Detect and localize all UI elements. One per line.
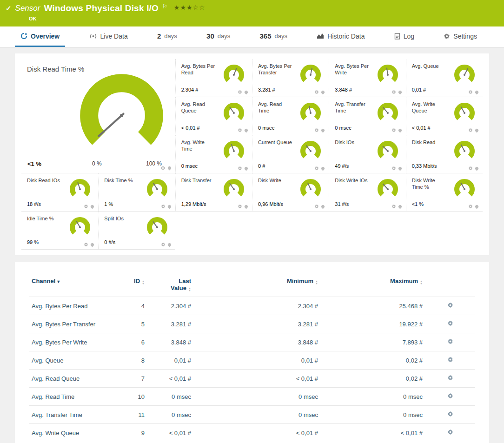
priority-flag-icon[interactable]: ⚐ bbox=[162, 3, 167, 10]
col-header-actions bbox=[425, 274, 475, 297]
gauge-dial bbox=[377, 179, 398, 200]
gauge-tile-current-queue: Current Queue 0 # bbox=[252, 135, 329, 173]
channel-settings-gear-icon[interactable] bbox=[447, 302, 453, 308]
pin-icon[interactable] bbox=[244, 204, 249, 209]
pin-icon[interactable] bbox=[398, 90, 402, 94]
cell-channel[interactable]: Avg. Write Queue bbox=[29, 424, 113, 442]
cell-channel[interactable]: Avg. Bytes Per Transfer bbox=[29, 315, 113, 333]
pin-icon[interactable] bbox=[398, 204, 402, 209]
channel-settings-gear-icon[interactable] bbox=[447, 338, 453, 344]
gear-icon[interactable] bbox=[238, 166, 242, 171]
channel-settings-gear-icon[interactable] bbox=[447, 357, 453, 363]
pin-icon[interactable] bbox=[475, 90, 479, 94]
pin-icon[interactable] bbox=[398, 166, 402, 171]
pin-icon[interactable] bbox=[398, 128, 402, 132]
gear-icon[interactable] bbox=[161, 204, 166, 209]
pin-icon[interactable] bbox=[321, 90, 325, 94]
gear-icon[interactable] bbox=[314, 204, 319, 209]
pin-icon[interactable] bbox=[167, 166, 172, 171]
channel-settings-gear-icon[interactable] bbox=[447, 393, 453, 399]
gauge-value: 0 msec bbox=[335, 125, 351, 131]
cell-channel[interactable]: Avg. Bytes Per Write bbox=[29, 333, 113, 351]
cell-minimum: < 0,01 # bbox=[194, 370, 321, 388]
col-header-maximum[interactable]: Maximum▲▼ bbox=[321, 274, 425, 297]
gauge-dial bbox=[377, 64, 398, 86]
pin-icon[interactable] bbox=[90, 242, 95, 247]
pin-icon[interactable] bbox=[475, 166, 479, 171]
gear-icon[interactable] bbox=[84, 204, 88, 209]
gear-icon[interactable] bbox=[391, 90, 396, 94]
gear-icon[interactable] bbox=[468, 166, 473, 171]
col-header-channel[interactable]: Channel▾ bbox=[29, 274, 113, 297]
cell-channel[interactable]: Avg. Read Queue bbox=[29, 370, 113, 388]
gear-icon[interactable] bbox=[468, 204, 473, 209]
tab-settings[interactable]: Settings bbox=[438, 26, 483, 47]
gauge-tile-disk-write-ios: Disk Write IOs 31 #/s bbox=[329, 173, 405, 212]
gear-icon[interactable] bbox=[391, 204, 396, 209]
gauge-tile-avg-write-queue: Avg. Write Queue < 0,01 # bbox=[406, 97, 483, 135]
col-header-id[interactable]: ID▲▼ bbox=[113, 274, 147, 297]
cell-channel[interactable]: Avg. Transfer Time bbox=[29, 406, 113, 424]
cell-maximum: < 0,01 # bbox=[321, 424, 425, 442]
pin-icon[interactable] bbox=[321, 166, 325, 171]
tab-log[interactable]: Log bbox=[389, 26, 420, 47]
gauge-dial bbox=[146, 217, 168, 238]
cell-minimum: 2.304 # bbox=[194, 297, 321, 315]
tab-30-days[interactable]: 30days bbox=[201, 26, 236, 47]
pin-icon[interactable] bbox=[90, 204, 95, 209]
col-header-last-value[interactable]: Last Value▲▼ bbox=[147, 274, 194, 297]
col-header-minimum[interactable]: Minimum▲▼ bbox=[194, 274, 321, 297]
channel-settings-gear-icon[interactable] bbox=[447, 429, 453, 435]
gear-icon[interactable] bbox=[391, 166, 396, 171]
gear-icon[interactable] bbox=[468, 90, 473, 94]
channel-settings-gear-icon[interactable] bbox=[447, 375, 453, 381]
historic-icon bbox=[317, 33, 324, 39]
gauge-tile-disk-write: Disk Write 0,96 Mbit/s bbox=[252, 173, 329, 212]
channel-settings-gear-icon[interactable] bbox=[447, 411, 453, 417]
tab-overview[interactable]: Overview bbox=[15, 26, 65, 47]
cell-channel[interactable]: Avg. Read Time bbox=[29, 388, 113, 406]
gear-icon[interactable] bbox=[238, 90, 242, 94]
pin-icon[interactable] bbox=[475, 204, 479, 209]
gauge-value: 1,29 Mbit/s bbox=[181, 201, 206, 207]
cell-channel[interactable]: Avg. Bytes Per Read bbox=[29, 297, 113, 315]
pin-icon[interactable] bbox=[167, 242, 172, 247]
gear-icon[interactable] bbox=[238, 128, 242, 132]
pin-icon[interactable] bbox=[167, 204, 172, 209]
channel-settings-gear-icon[interactable] bbox=[447, 320, 453, 326]
gear-icon[interactable] bbox=[391, 128, 396, 132]
cell-last-value: 3.848 # bbox=[147, 333, 194, 351]
gear-icon[interactable] bbox=[238, 204, 242, 209]
gauge-value: 1 % bbox=[104, 201, 113, 207]
gear-icon[interactable] bbox=[468, 128, 473, 132]
gear-icon[interactable] bbox=[314, 166, 319, 171]
gauge-tile-avg-bytes-per-write: Avg. Bytes Per Write 3.848 # bbox=[329, 59, 405, 97]
gear-icon[interactable] bbox=[161, 242, 166, 247]
sensor-header: ✓ Sensor Windows Physical Disk I/O ⚐ ★★★… bbox=[0, 0, 504, 26]
cell-maximum: 0,02 # bbox=[321, 351, 425, 370]
cell-minimum: 0 msec bbox=[194, 406, 321, 424]
pin-icon[interactable] bbox=[244, 166, 249, 171]
gear-icon[interactable] bbox=[160, 165, 166, 171]
gauge-dial bbox=[454, 64, 475, 86]
pin-icon[interactable] bbox=[244, 90, 249, 94]
pin-icon[interactable] bbox=[244, 128, 249, 132]
tab-live-data[interactable]: Live Data bbox=[84, 26, 133, 47]
gauge-value: 0,01 # bbox=[412, 87, 426, 93]
rating-stars[interactable]: ★★★☆☆ bbox=[174, 4, 206, 11]
gear-icon[interactable] bbox=[84, 242, 88, 247]
status-check-icon: ✓ bbox=[6, 4, 12, 13]
gear-icon[interactable] bbox=[314, 90, 319, 94]
gauge-value: 0 # bbox=[258, 163, 265, 169]
gear-icon[interactable] bbox=[314, 128, 319, 132]
tab-historic-data[interactable]: Historic Data bbox=[311, 26, 370, 47]
pin-icon[interactable] bbox=[475, 128, 479, 132]
pin-icon[interactable] bbox=[321, 128, 325, 132]
tab-365-days[interactable]: 365days bbox=[254, 26, 293, 47]
cell-channel[interactable]: Avg. Queue bbox=[29, 351, 113, 370]
cell-last-value: 0 msec bbox=[147, 388, 194, 406]
gauge-dial bbox=[454, 179, 475, 200]
pin-icon[interactable] bbox=[321, 204, 325, 209]
gauge-tile-disk-read-ios: Disk Read IOs 18 #/s bbox=[21, 173, 98, 212]
tab-2-days[interactable]: 2days bbox=[152, 26, 183, 47]
